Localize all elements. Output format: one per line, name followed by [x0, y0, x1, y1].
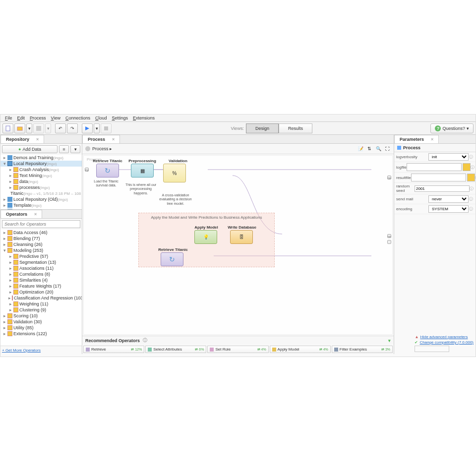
close-icon[interactable]: × [36, 137, 39, 142]
menu-file[interactable]: File [2, 115, 15, 121]
get-more-operators-link[interactable]: + Get More Operators [2, 348, 41, 353]
view-design[interactable]: Design [246, 123, 279, 133]
operator-category[interactable]: ▸Associations (11) [0, 265, 82, 271]
run-button[interactable] [82, 123, 93, 133]
repo-view-button[interactable]: ≡ [59, 145, 69, 153]
close-icon[interactable]: × [431, 137, 433, 142]
repository-tree[interactable]: ▸Demos and Training (ingo)▾Local Reposit… [0, 155, 82, 209]
operator-category[interactable]: ▸Extensions (122) [0, 331, 82, 337]
close-icon[interactable]: × [34, 212, 37, 217]
operator-category[interactable]: ▸Feature Weights (17) [0, 283, 82, 289]
repo-item[interactable]: ▸Template (ingo) [0, 202, 82, 208]
operator-category[interactable]: ▸Predictive (57) [0, 253, 82, 259]
arrange-icon[interactable]: ⇅ [366, 145, 373, 152]
browse-button[interactable] [467, 174, 475, 181]
menu-extensions[interactable]: Extensions [130, 115, 157, 121]
browse-button[interactable] [463, 163, 471, 171]
undo-button[interactable]: ↶ [55, 123, 66, 133]
operator-search-input[interactable] [2, 220, 80, 228]
view-results[interactable]: Results [279, 123, 312, 133]
param-input[interactable] [415, 185, 470, 192]
operator-category[interactable]: ▸Classification And Regression (103) [0, 295, 82, 301]
recommended-header[interactable]: Recommended Operatorsⓘ ▾ [82, 336, 394, 345]
process-canvas[interactable]: Process inp res res Retrieve Titanic ↻ L… [83, 155, 393, 335]
param-select[interactable]: never [428, 195, 469, 203]
operator-category[interactable]: ▸Blending (77) [0, 236, 82, 241]
op-retrieve[interactable]: ↻ [96, 164, 119, 178]
repo-item[interactable]: ▸processes (ingo) [0, 184, 82, 190]
operator-category[interactable]: ▾Modeling (253) [0, 247, 82, 253]
operator-category[interactable]: ▸Validation (30) [0, 319, 82, 325]
menu-cloud[interactable]: Cloud [93, 115, 110, 121]
open-dropdown[interactable]: ▾ [26, 123, 32, 133]
save-dropdown[interactable]: ▾ [45, 123, 51, 133]
repository-tab[interactable]: Repository× [0, 135, 44, 143]
param-input[interactable] [411, 174, 466, 181]
operator-category[interactable]: ▸Correlations (8) [0, 271, 82, 277]
redo-button[interactable]: ↷ [67, 123, 78, 133]
recommended-item[interactable]: Filter Examples⇄ 3% [332, 346, 393, 353]
op-writedb[interactable]: 🗄 [230, 230, 253, 244]
save-button[interactable] [33, 123, 44, 133]
info-icon[interactable]: ⓘ [469, 196, 474, 202]
chevron-down-icon[interactable]: ▾ [388, 338, 391, 343]
operator-category[interactable]: ▸Utility (85) [0, 325, 82, 331]
operator-category[interactable]: ▸Data Access (46) [0, 230, 82, 236]
info-icon[interactable]: ⓘ [470, 186, 474, 191]
menu-process[interactable]: Process [27, 115, 49, 121]
output-port-res2[interactable]: res [387, 234, 391, 238]
info-icon[interactable]: ⓘ [469, 206, 474, 212]
operator-category[interactable]: ▸Similarities (4) [0, 277, 82, 283]
questions-button[interactable]: ? Questions? ▾ [430, 123, 474, 133]
zoom-icon[interactable]: 🔍 [375, 145, 382, 152]
operator-category[interactable]: ▸Clustering (9) [0, 307, 82, 313]
operator-category[interactable]: ▸Optimization (20) [0, 289, 82, 295]
info-icon[interactable]: ⓘ [471, 165, 475, 170]
recommended-item[interactable]: Apply Model⇄ 4% [270, 346, 331, 353]
close-icon[interactable]: × [112, 137, 115, 142]
repo-item[interactable]: ▸Local Repository (Old) (ingo) [0, 196, 82, 202]
op-preproc[interactable]: ▦ [131, 164, 154, 178]
input-port[interactable]: inp [85, 168, 89, 172]
operators-tree[interactable]: ▸Data Access (46)▸Blending (77)▸Cleansin… [0, 230, 82, 346]
info-icon[interactable]: ⓘ [469, 154, 474, 160]
menu-view[interactable]: View [49, 115, 63, 121]
repo-item[interactable]: Titanic (ingo – v1, 1/5/16 2:18 PM – 108… [0, 190, 82, 196]
add-data-button[interactable]: Add Data [2, 145, 58, 153]
repo-view-dropdown[interactable]: ▾ [70, 145, 80, 153]
repo-item[interactable]: ▸data (ingo) [0, 178, 82, 184]
recommended-item[interactable]: Select Attributes⇄ 6% [145, 346, 206, 353]
repo-item[interactable]: ▾Local Repository (ingo) [0, 161, 82, 167]
expand-icon[interactable]: ⛶ [384, 145, 391, 152]
operator-category[interactable]: ▸Weighting (11) [0, 301, 82, 307]
change-compat-link[interactable]: Change compatibility (7.0.000) [419, 340, 474, 345]
menu-edit[interactable]: Edit [15, 115, 28, 121]
param-select[interactable]: SYSTEM [428, 205, 469, 213]
operator-category[interactable]: ▸Cleansing (26) [0, 241, 82, 247]
parameters-tab[interactable]: Parameters× [394, 135, 439, 143]
operator-category[interactable]: ▸Segmentation (13) [0, 259, 82, 265]
param-select[interactable]: init [428, 153, 469, 161]
breadcrumb-text[interactable]: Process ▸ [92, 146, 112, 151]
recommended-item[interactable]: Set Role⇄ 4% [207, 346, 268, 353]
stop-button[interactable] [101, 123, 112, 133]
info-icon[interactable]: ⓘ [143, 337, 147, 344]
process-tab[interactable]: Process× [82, 135, 120, 143]
operator-category[interactable]: ▸Scoring (10) [0, 313, 82, 319]
recommended-item[interactable]: Retrieve⇄ 12% [83, 346, 144, 353]
output-port-res[interactable]: res [387, 176, 391, 179]
op-retrievetest[interactable]: ↻ [161, 252, 183, 266]
note-icon[interactable]: 📝 [357, 145, 364, 152]
hide-advanced-link[interactable]: Hide advanced parameters [420, 335, 468, 339]
param-input[interactable] [407, 163, 462, 171]
new-button[interactable] [2, 123, 13, 133]
repo-item[interactable]: ▸Demos and Training (ingo) [0, 155, 82, 161]
op-apply[interactable]: 💡 [194, 230, 217, 244]
menu-settings[interactable]: Settings [110, 115, 131, 121]
op-validation[interactable]: % [163, 164, 186, 182]
repo-item[interactable]: ▸Text Mining (ingo) [0, 173, 82, 178]
menu-connections[interactable]: Connections [63, 115, 93, 121]
open-button[interactable] [14, 123, 25, 133]
repo-item[interactable]: ▸Crash Analysis (ingo) [0, 167, 82, 173]
run-dropdown[interactable]: ▾ [94, 123, 100, 133]
